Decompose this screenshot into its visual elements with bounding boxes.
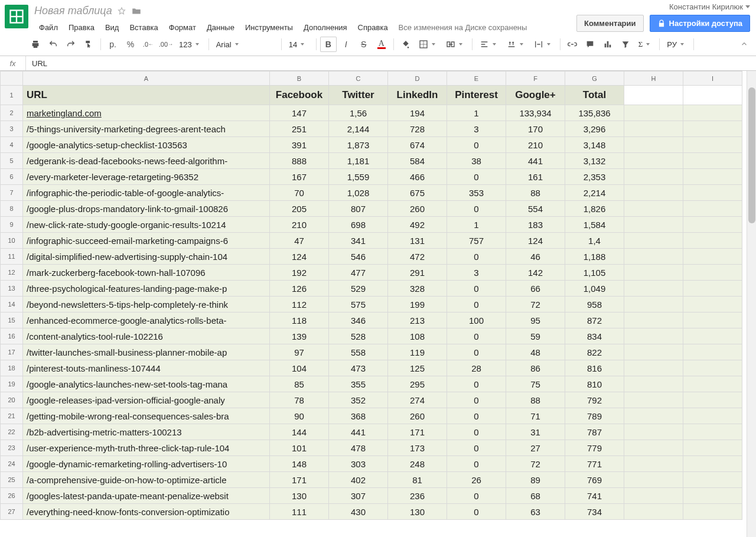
data-cell[interactable]: 307 [329, 488, 388, 504]
data-cell[interactable]: 0 [447, 488, 506, 504]
data-cell[interactable]: 807 [329, 201, 388, 217]
data-cell[interactable]: 0 [447, 137, 506, 153]
data-cell[interactable]: 2,214 [565, 185, 624, 201]
row-header[interactable]: 21 [1, 408, 23, 424]
header-cell[interactable]: Twitter [329, 86, 388, 105]
data-cell[interactable]: 958 [565, 297, 624, 313]
data-cell[interactable]: 130 [388, 504, 447, 520]
data-cell[interactable]: 75 [506, 376, 565, 392]
url-cell[interactable]: /three-psychological-features-landing-pa… [23, 281, 270, 297]
data-cell[interactable]: 27 [506, 440, 565, 456]
more-formats[interactable]: 123 [175, 37, 205, 52]
data-cell[interactable]: 72 [506, 456, 565, 472]
data-cell[interactable]: 90 [270, 408, 329, 424]
data-cell[interactable]: 698 [329, 217, 388, 233]
menu-Вид[interactable]: Вид [100, 21, 124, 34]
row-header[interactable]: 3 [1, 121, 23, 137]
vertical-scrollbar[interactable] [747, 71, 756, 537]
data-cell[interactable]: 142 [506, 265, 565, 281]
row-header[interactable]: 27 [1, 504, 23, 520]
bold-button[interactable]: B [320, 37, 337, 52]
data-cell[interactable]: 3,132 [565, 153, 624, 169]
data-cell[interactable]: 68 [506, 488, 565, 504]
data-cell[interactable]: 161 [506, 169, 565, 185]
data-cell[interactable]: 1,049 [565, 281, 624, 297]
data-cell[interactable]: 171 [270, 472, 329, 488]
data-cell[interactable]: 78 [270, 392, 329, 408]
data-cell[interactable]: 260 [388, 201, 447, 217]
data-cell[interactable]: 441 [506, 153, 565, 169]
data-cell[interactable]: 675 [388, 185, 447, 201]
data-cell[interactable]: 111 [270, 504, 329, 520]
menu-Инструменты[interactable]: Инструменты [240, 21, 298, 34]
row-header[interactable]: 15 [1, 313, 23, 328]
url-cell[interactable]: /google-dynamic-remarketing-rolling-adve… [23, 456, 270, 472]
data-cell[interactable]: 88 [506, 392, 565, 408]
row-header[interactable]: 9 [1, 217, 23, 233]
url-cell[interactable]: /5-things-university-marketing-degrees-a… [23, 121, 270, 137]
data-cell[interactable]: 0 [447, 249, 506, 265]
data-cell[interactable]: 1 [447, 217, 506, 233]
url-cell[interactable]: /infographic-the-periodic-table-of-googl… [23, 185, 270, 201]
collapse-menus-icon[interactable] [736, 37, 752, 52]
data-cell[interactable]: 792 [565, 392, 624, 408]
data-cell[interactable]: 477 [329, 265, 388, 281]
data-cell[interactable]: 0 [447, 297, 506, 313]
format-currency[interactable]: р. [105, 37, 121, 52]
data-cell[interactable]: 104 [270, 360, 329, 376]
row-header[interactable]: 11 [1, 249, 23, 265]
data-cell[interactable]: 355 [329, 376, 388, 392]
url-cell[interactable]: /beyond-newsletters-5-tips-help-complete… [23, 297, 270, 313]
data-cell[interactable]: 492 [388, 217, 447, 233]
data-cell[interactable]: 1,584 [565, 217, 624, 233]
data-cell[interactable]: 28 [447, 360, 506, 376]
menu-Правка[interactable]: Правка [64, 21, 99, 34]
data-cell[interactable]: 135,836 [565, 105, 624, 121]
data-cell[interactable]: 148 [270, 456, 329, 472]
star-icon[interactable] [117, 6, 126, 16]
data-cell[interactable]: 89 [506, 472, 565, 488]
col-header-F[interactable]: F [506, 71, 565, 86]
data-cell[interactable]: 170 [506, 121, 565, 137]
data-cell[interactable]: 528 [329, 328, 388, 344]
row-header[interactable]: 26 [1, 488, 23, 504]
data-cell[interactable]: 274 [388, 392, 447, 408]
row-header[interactable]: 8 [1, 201, 23, 217]
data-cell[interactable]: 0 [447, 456, 506, 472]
doc-title[interactable]: Новая таблица [34, 5, 112, 17]
data-cell[interactable]: 3,296 [565, 121, 624, 137]
formula-input[interactable]: URL [26, 59, 47, 68]
data-cell[interactable]: 210 [506, 137, 565, 153]
url-cell[interactable]: /digital-simplified-new-advertising-supp… [23, 249, 270, 265]
data-cell[interactable]: 1,188 [565, 249, 624, 265]
col-header-D[interactable]: D [388, 71, 447, 86]
url-cell[interactable]: /enhanced-ecommerce-google-analytics-rol… [23, 313, 270, 328]
data-cell[interactable]: 295 [388, 376, 447, 392]
data-cell[interactable]: 728 [388, 121, 447, 137]
data-cell[interactable]: 575 [329, 297, 388, 313]
col-header-C[interactable]: C [329, 71, 388, 86]
data-cell[interactable]: 101 [270, 440, 329, 456]
data-cell[interactable]: 0 [447, 504, 506, 520]
url-cell[interactable]: /google-analytics-launches-new-set-tools… [23, 376, 270, 392]
data-cell[interactable]: 108 [388, 328, 447, 344]
data-cell[interactable]: 130 [270, 488, 329, 504]
fill-color-button[interactable] [397, 37, 414, 52]
data-cell[interactable]: 816 [565, 360, 624, 376]
data-cell[interactable]: 346 [329, 313, 388, 328]
col-header-B[interactable]: B [270, 71, 329, 86]
data-cell[interactable]: 1,028 [329, 185, 388, 201]
row-header[interactable]: 18 [1, 360, 23, 376]
data-cell[interactable]: 368 [329, 408, 388, 424]
data-cell[interactable]: 48 [506, 344, 565, 360]
menu-Данные[interactable]: Данные [202, 21, 239, 34]
data-cell[interactable]: 0 [447, 440, 506, 456]
data-cell[interactable]: 0 [447, 169, 506, 185]
decrease-decimal[interactable]: .0← [140, 37, 157, 52]
data-cell[interactable]: 139 [270, 328, 329, 344]
header-cell[interactable]: Pinterest [447, 86, 506, 105]
row-header[interactable]: 12 [1, 265, 23, 281]
data-cell[interactable]: 328 [388, 281, 447, 297]
data-cell[interactable]: 1,4 [565, 233, 624, 249]
data-cell[interactable]: 834 [565, 328, 624, 344]
